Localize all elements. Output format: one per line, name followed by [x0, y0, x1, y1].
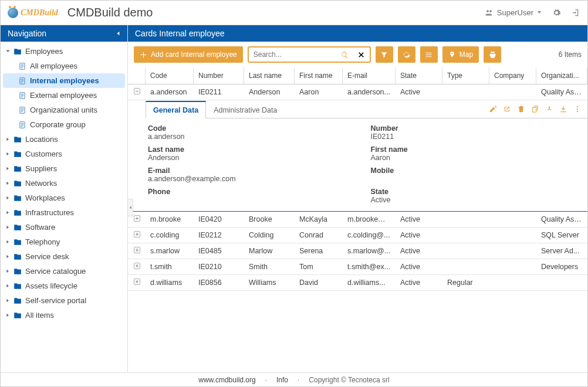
detail-field: Codea.anderson: [148, 124, 359, 141]
detail-label: Code: [148, 124, 359, 133]
cell-company: [489, 216, 536, 223]
column-header[interactable]: Type: [442, 67, 489, 84]
sidebar: Navigation EmployeesAll employeesInterna…: [1, 25, 128, 372]
expand-toggle[interactable]: [128, 275, 146, 290]
column-header[interactable]: Number: [194, 67, 244, 84]
filter-button[interactable]: [376, 46, 393, 63]
nav-header[interactable]: Navigation: [1, 25, 127, 42]
user-menu[interactable]: SuperUser: [485, 8, 542, 17]
detail-value: IE0211: [371, 133, 582, 141]
table-row[interactable]: s.marlow IE0485 Marlow Serena s.marlow@.…: [128, 243, 587, 259]
open-button[interactable]: [503, 105, 511, 113]
cell-email: t.smith@ex...: [343, 259, 396, 274]
row-detail: General DataAdministrative Data Codea.an…: [128, 100, 587, 212]
nav-item-infrastructures[interactable]: Infrastructures: [1, 205, 127, 220]
add-card-button[interactable]: Add card Internal employee: [134, 46, 243, 63]
column-header[interactable]: Company: [489, 67, 536, 84]
column-header[interactable]: Organizati...: [536, 67, 587, 84]
nav-label: Locations: [25, 135, 58, 144]
trash-button[interactable]: [517, 105, 525, 113]
refresh-button[interactable]: [398, 46, 415, 63]
caret-icon: [5, 284, 10, 288]
folder-icon: [13, 223, 22, 232]
plus-icon: [134, 215, 140, 222]
cell-firstname: Tom: [295, 259, 343, 274]
sidebar-collapse-handle[interactable]: [128, 199, 133, 216]
search-input[interactable]: [249, 47, 337, 62]
nav-item-telephony[interactable]: Telephony: [1, 235, 127, 249]
logout-button[interactable]: [572, 8, 580, 17]
cell-firstname: Aaron: [295, 84, 343, 100]
folder-icon: [13, 150, 22, 158]
nav-item-organizational-units[interactable]: Organizational units: [1, 103, 127, 117]
nav-label: Telephony: [25, 237, 60, 246]
footer-copyright: Copyright © Tecnoteca srl: [309, 376, 389, 384]
cell-org: Quality Ass...: [536, 84, 587, 100]
nav-item-service-desk[interactable]: Service desk: [1, 249, 127, 264]
download-button[interactable]: [559, 105, 567, 113]
clear-search-button[interactable]: [353, 47, 370, 62]
expand-toggle[interactable]: [128, 228, 146, 243]
column-header[interactable]: First name: [295, 67, 343, 84]
top-bar: CMDBuild CMDBuild demo SuperUser: [1, 1, 587, 25]
cell-email: m.brooke@...: [343, 212, 396, 227]
nav-item-external-employees[interactable]: External employees: [1, 88, 127, 103]
settings-button[interactable]: [552, 8, 561, 17]
footer-info[interactable]: Info: [276, 376, 288, 384]
doc-icon: [18, 91, 26, 100]
nav-title: Navigation: [8, 29, 46, 38]
cell-email: a.anderson...: [343, 84, 396, 100]
cell-lastname: Anderson: [244, 84, 295, 100]
table-row[interactable]: c.colding IE0212 Colding Conrad c.coldin…: [128, 228, 587, 243]
column-header[interactable]: State: [396, 67, 442, 84]
folder-icon: [13, 238, 22, 246]
nav-item-customers[interactable]: Customers: [1, 147, 127, 161]
nav-label: Workplaces: [25, 193, 65, 202]
pencil-button[interactable]: [489, 105, 497, 113]
cell-company: [489, 247, 536, 254]
cell-company: [489, 89, 536, 96]
graph-button[interactable]: [545, 105, 553, 113]
nav-item-workplaces[interactable]: Workplaces: [1, 191, 127, 205]
nav-item-locations[interactable]: Locations: [1, 132, 127, 147]
dots-button[interactable]: [573, 105, 582, 113]
expand-toggle[interactable]: [128, 259, 146, 274]
menu-button[interactable]: [420, 46, 438, 63]
plus-icon: [134, 231, 140, 237]
column-header[interactable]: Last name: [244, 67, 295, 84]
print-button[interactable]: [484, 46, 501, 63]
copy-button[interactable]: [531, 105, 539, 113]
table-row[interactable]: d.williams IE0856 Williams David d.willi…: [128, 275, 587, 291]
cell-type: [442, 89, 489, 96]
nav-item-networks[interactable]: Networks: [1, 176, 127, 191]
column-header[interactable]: E-mail: [343, 67, 396, 84]
map-button[interactable]: Map: [442, 46, 479, 63]
cell-email: s.marlow@...: [343, 243, 396, 259]
nav-item-all-items[interactable]: All items: [1, 308, 127, 322]
detail-tab-administrative-data[interactable]: Administrative Data: [206, 101, 285, 118]
nav-item-employees[interactable]: Employees: [1, 44, 127, 59]
nav-item-internal-employees[interactable]: Internal employees: [3, 73, 125, 88]
expand-toggle[interactable]: [128, 243, 146, 259]
cell-code: d.williams: [146, 275, 194, 290]
nav-label: External employees: [30, 91, 97, 100]
footer-link[interactable]: www.cmdbuild.org: [198, 376, 255, 384]
detail-label: Number: [371, 124, 582, 133]
nav-item-suppliers[interactable]: Suppliers: [1, 161, 127, 176]
filter-icon: [380, 51, 388, 59]
nav-item-all-employees[interactable]: All employees: [1, 59, 127, 73]
table-row[interactable]: t.smith IE0210 Smith Tom t.smith@ex... A…: [128, 259, 587, 275]
table-row[interactable]: a.anderson IE0211 Anderson Aaron a.ander…: [128, 84, 587, 100]
nav-item-software[interactable]: Software: [1, 220, 127, 235]
nav-item-assets-lifecycle[interactable]: Assets lifecycle: [1, 279, 127, 293]
cell-lastname: Colding: [244, 228, 295, 243]
menu-icon: [425, 51, 432, 59]
search-button[interactable]: [337, 47, 353, 62]
nav-item-corporate-group[interactable]: Corporate group: [1, 117, 127, 132]
nav-item-self-service-portal[interactable]: Self-service portal: [1, 293, 127, 308]
table-row[interactable]: m.brooke IE0420 Brooke McKayla m.brooke@…: [128, 212, 587, 228]
column-header[interactable]: Code: [146, 67, 194, 84]
nav-item-service-catalogue[interactable]: Service catalogue: [1, 264, 127, 279]
detail-tab-general-data[interactable]: General Data: [146, 101, 206, 118]
expand-toggle[interactable]: [128, 84, 146, 100]
